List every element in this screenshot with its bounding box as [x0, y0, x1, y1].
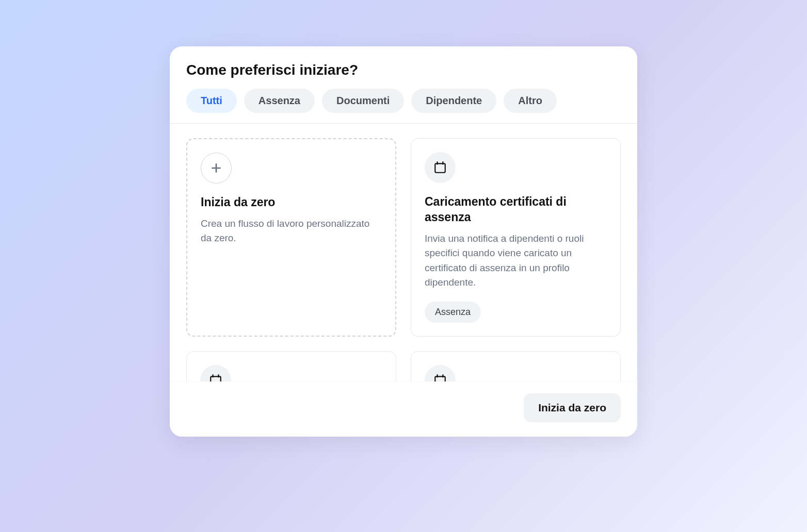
- card-partial-left[interactable]: [186, 351, 396, 381]
- card-title: Caricamento certificati di assenza: [425, 194, 607, 225]
- tab-dipendente[interactable]: Dipendente: [411, 89, 496, 113]
- modal-title: Come preferisci iniziare?: [186, 62, 621, 78]
- card-absence-certificates[interactable]: Caricamento certificati di assenza Invia…: [411, 138, 621, 337]
- plus-icon: [209, 161, 223, 175]
- card-tag: Assenza: [425, 302, 481, 323]
- start-modal: Come preferisci iniziare? Tutti Assenza …: [170, 46, 637, 437]
- modal-header: Come preferisci iniziare? Tutti Assenza …: [170, 46, 637, 123]
- card-description: Crea un flusso di lavoro personalizzato …: [201, 217, 382, 246]
- tabs: Tutti Assenza Documenti Dipendente Altro: [186, 89, 621, 113]
- card-title: Inizia da zero: [201, 195, 382, 210]
- tab-assenza[interactable]: Assenza: [244, 89, 315, 113]
- calendar-icon-wrapper: [200, 365, 231, 381]
- tab-altro[interactable]: Altro: [504, 89, 557, 113]
- calendar-icon: [433, 161, 447, 174]
- card-grid: Inizia da zero Crea un flusso di lavoro …: [186, 138, 621, 381]
- plus-icon-wrapper: [201, 153, 232, 184]
- modal-body: Inizia da zero Crea un flusso di lavoro …: [170, 124, 637, 381]
- card-partial-right[interactable]: [411, 351, 621, 381]
- calendar-icon-wrapper: [425, 365, 456, 381]
- tab-tutti[interactable]: Tutti: [186, 89, 237, 113]
- calendar-icon-wrapper: [425, 152, 456, 183]
- svg-rect-2: [435, 163, 445, 172]
- calendar-icon: [209, 374, 222, 381]
- modal-footer: Inizia da zero: [170, 381, 637, 437]
- tab-documenti[interactable]: Documenti: [322, 89, 404, 113]
- svg-rect-8: [435, 376, 445, 381]
- card-start-from-scratch[interactable]: Inizia da zero Crea un flusso di lavoro …: [186, 138, 396, 337]
- card-description: Invia una notifica a dipendenti o ruoli …: [425, 231, 607, 290]
- start-from-scratch-button[interactable]: Inizia da zero: [524, 393, 621, 422]
- svg-rect-5: [211, 376, 221, 381]
- calendar-icon: [433, 374, 447, 381]
